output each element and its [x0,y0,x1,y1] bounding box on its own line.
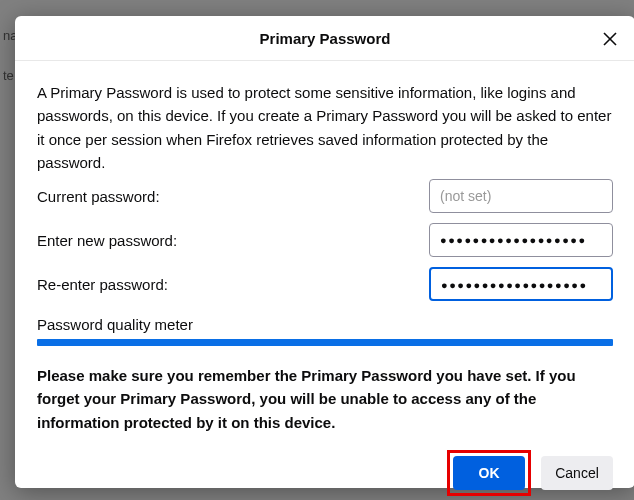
cancel-button[interactable]: Cancel [541,456,613,490]
dialog-body: A Primary Password is used to protect so… [15,61,634,450]
dialog-title: Primary Password [35,30,615,47]
close-icon [603,32,617,46]
reenter-password-input[interactable]: ●●●●●●●●●●●●●●●●●● [429,267,613,301]
password-quality-meter [37,339,613,346]
dialog-footer: OK Cancel [15,450,634,500]
close-button[interactable] [597,26,623,52]
reenter-password-row: Re-enter password: ●●●●●●●●●●●●●●●●●● [37,266,613,302]
current-password-input[interactable] [429,179,613,213]
reenter-password-label: Re-enter password: [37,276,168,293]
background-text: te [3,68,14,83]
password-quality-label: Password quality meter [37,316,613,333]
dialog-description: A Primary Password is used to protect so… [37,81,613,174]
ok-button[interactable]: OK [453,456,525,490]
new-password-input[interactable]: ●●●●●●●●●●●●●●●●●● [429,223,613,257]
new-password-label: Enter new password: [37,232,177,249]
current-password-label: Current password: [37,188,160,205]
ok-highlight: OK [447,450,531,496]
primary-password-dialog: Primary Password A Primary Password is u… [15,16,634,488]
warning-text: Please make sure you remember the Primar… [37,364,613,434]
current-password-row: Current password: [37,178,613,214]
new-password-row: Enter new password: ●●●●●●●●●●●●●●●●●● [37,222,613,258]
dialog-header: Primary Password [15,16,634,61]
